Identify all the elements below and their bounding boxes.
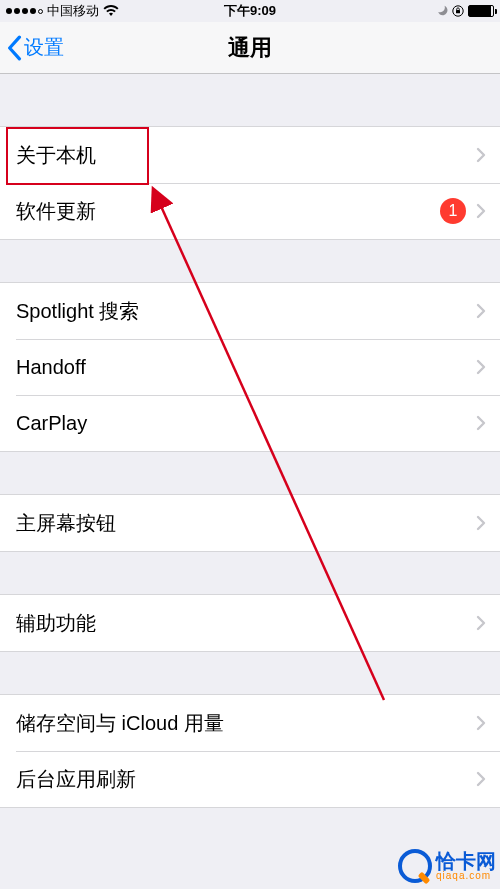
row-accessibility[interactable]: 辅助功能 xyxy=(0,595,500,651)
chevron-right-icon xyxy=(476,771,486,787)
chevron-left-icon xyxy=(6,35,22,61)
signal-strength-icon xyxy=(6,8,43,14)
row-software-update[interactable]: 软件更新 1 xyxy=(0,183,500,239)
chevron-right-icon xyxy=(476,303,486,319)
wifi-icon xyxy=(103,5,119,17)
settings-group: 主屏幕按钮 xyxy=(0,494,500,552)
chevron-right-icon xyxy=(476,147,486,163)
row-handoff[interactable]: Handoff xyxy=(0,339,500,395)
chevron-right-icon xyxy=(476,715,486,731)
chevron-right-icon xyxy=(476,203,486,219)
page-title: 通用 xyxy=(0,33,500,63)
settings-group: 储存空间与 iCloud 用量 后台应用刷新 xyxy=(0,694,500,808)
row-label: Handoff xyxy=(16,356,476,379)
update-badge: 1 xyxy=(440,198,466,224)
row-label: 主屏幕按钮 xyxy=(16,510,476,537)
chevron-right-icon xyxy=(476,415,486,431)
row-label: 后台应用刷新 xyxy=(16,766,476,793)
battery-icon xyxy=(468,5,494,17)
row-label: Spotlight 搜索 xyxy=(16,298,476,325)
watermark-logo-icon xyxy=(398,849,432,883)
row-background-app-refresh[interactable]: 后台应用刷新 xyxy=(0,751,500,807)
watermark-en: qiaqa.com xyxy=(436,871,496,881)
settings-group: 关于本机 软件更新 1 xyxy=(0,126,500,240)
row-label: 储存空间与 iCloud 用量 xyxy=(16,710,476,737)
chevron-right-icon xyxy=(476,615,486,631)
row-label: CarPlay xyxy=(16,412,476,435)
status-left: 中国移动 xyxy=(6,2,119,20)
row-label: 软件更新 xyxy=(16,198,440,225)
watermark: 恰卡网 qiaqa.com xyxy=(398,849,496,883)
row-about[interactable]: 关于本机 xyxy=(0,127,500,183)
status-right xyxy=(436,5,494,17)
settings-group: Spotlight 搜索 Handoff CarPlay xyxy=(0,282,500,452)
orientation-lock-icon xyxy=(452,5,464,17)
chevron-right-icon xyxy=(476,515,486,531)
row-label: 辅助功能 xyxy=(16,610,476,637)
watermark-cn: 恰卡网 xyxy=(436,851,496,871)
row-storage-icloud[interactable]: 储存空间与 iCloud 用量 xyxy=(0,695,500,751)
row-label: 关于本机 xyxy=(16,142,476,169)
carrier-label: 中国移动 xyxy=(47,2,99,20)
row-carplay[interactable]: CarPlay xyxy=(0,395,500,451)
status-bar: 中国移动 下午9:09 xyxy=(0,0,500,22)
back-button[interactable]: 设置 xyxy=(0,34,64,61)
do-not-disturb-icon xyxy=(436,5,448,17)
settings-group: 辅助功能 xyxy=(0,594,500,652)
svg-rect-1 xyxy=(456,10,460,13)
row-spotlight[interactable]: Spotlight 搜索 xyxy=(0,283,500,339)
chevron-right-icon xyxy=(476,359,486,375)
nav-bar: 设置 通用 xyxy=(0,22,500,74)
row-home-button[interactable]: 主屏幕按钮 xyxy=(0,495,500,551)
back-label: 设置 xyxy=(24,34,64,61)
